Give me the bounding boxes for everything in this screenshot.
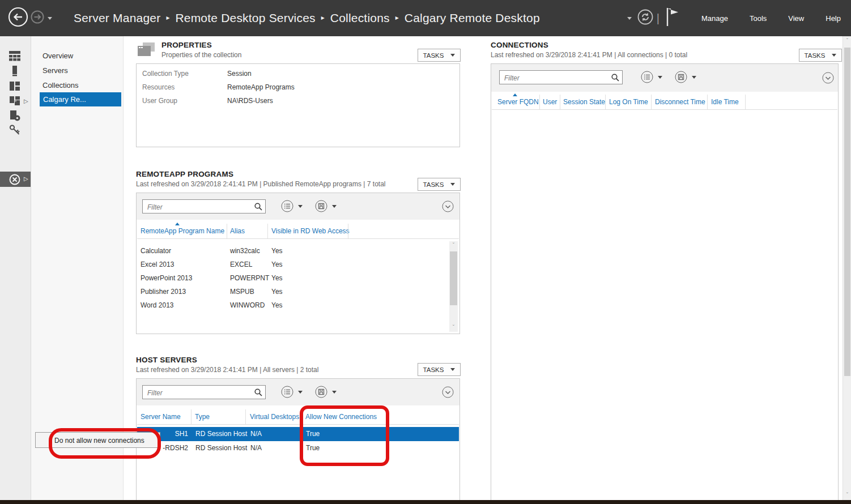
connections-filter[interactable] bbox=[499, 70, 623, 84]
column-header-alias[interactable]: Alias bbox=[230, 227, 245, 235]
save-query-button[interactable] bbox=[315, 386, 327, 398]
column-header-server-name[interactable]: Server Name bbox=[141, 413, 181, 421]
remoteapp-filter-input[interactable] bbox=[146, 200, 250, 213]
scrollbar-thumb[interactable] bbox=[450, 251, 457, 305]
nav-item-collections[interactable]: Collections bbox=[42, 81, 79, 89]
search-icon[interactable] bbox=[611, 73, 620, 84]
connections-filter-input[interactable] bbox=[503, 71, 607, 84]
breadcrumb-rds[interactable]: Remote Desktop Services bbox=[175, 11, 315, 25]
remoteapp-row[interactable]: Excel 2013EXCELYes bbox=[137, 258, 443, 271]
hostservers-tasks-button[interactable]: TASKS bbox=[418, 363, 461, 376]
all-servers-icon[interactable] bbox=[8, 80, 21, 92]
column-header-idle-time[interactable]: Idle Time bbox=[711, 98, 739, 106]
list-view-button[interactable] bbox=[281, 386, 293, 398]
column-header-session-state[interactable]: Session State bbox=[563, 98, 605, 106]
hostservers-filter[interactable] bbox=[142, 385, 266, 399]
cell: EXCEL bbox=[230, 260, 252, 268]
list-view-caret-icon[interactable] bbox=[298, 205, 303, 208]
remote-desktop-services-selected[interactable]: ▷ bbox=[0, 172, 31, 187]
cell: WINWORD bbox=[230, 301, 265, 307]
column-header-virtual-desktops[interactable]: Virtual Desktops bbox=[250, 413, 299, 421]
remoteapp-row[interactable]: Word 2013WINWORDYes bbox=[137, 298, 443, 307]
nav-item-servers[interactable]: Servers bbox=[42, 66, 68, 75]
menu-help[interactable]: Help bbox=[826, 14, 841, 23]
cell-type: RD Session Host bbox=[195, 444, 247, 452]
hostserver-row[interactable]: -RDSH2RD Session HostN/ATrue bbox=[137, 441, 459, 455]
save-query-button[interactable] bbox=[675, 71, 687, 83]
scroll-up-icon[interactable]: ˇ︎ bbox=[843, 38, 851, 44]
remoteapp-tasks-button[interactable]: TASKS bbox=[418, 178, 461, 191]
remoteapp-row[interactable]: Publisher 2013MSPUBYes bbox=[137, 285, 443, 298]
refresh-dropdown-caret[interactable] bbox=[627, 17, 632, 20]
expand-arrow-icon[interactable]: ▷ bbox=[24, 176, 28, 182]
hostservers-filter-input[interactable] bbox=[146, 386, 250, 399]
nav-item-overview[interactable]: Overview bbox=[42, 52, 73, 60]
scroll-down-icon[interactable]: ˇ bbox=[843, 492, 851, 498]
search-icon[interactable] bbox=[254, 202, 263, 213]
hostserver-row[interactable]: SH1RD Session HostN/ATrue bbox=[137, 427, 459, 441]
server-role-gear-icon[interactable] bbox=[8, 109, 21, 122]
refresh-icon[interactable] bbox=[637, 9, 653, 27]
cell-allow-new-connections: True bbox=[306, 444, 320, 452]
list-view-button[interactable] bbox=[281, 200, 293, 212]
dashboard-icon[interactable] bbox=[8, 50, 21, 62]
column-header-log-on-time[interactable]: Log On Time bbox=[609, 98, 648, 106]
remoteapp-row[interactable]: Calculatorwin32calcYes bbox=[137, 244, 443, 258]
cell: PowerPoint 2013 bbox=[141, 274, 192, 282]
column-header-type[interactable]: Type bbox=[195, 413, 210, 421]
list-view-caret-icon[interactable] bbox=[298, 391, 303, 394]
collapse-panel-icon[interactable] bbox=[442, 386, 454, 399]
hostservers-rows: SH1RD Session HostN/ATrue-RDSH2RD Sessio… bbox=[137, 427, 459, 501]
expand-arrow-icon[interactable]: ▷ bbox=[24, 98, 28, 104]
back-button[interactable] bbox=[8, 7, 28, 29]
column-header-remoteapp-name[interactable]: RemoteApp Program Name bbox=[141, 227, 224, 235]
scrollbar-thumb[interactable] bbox=[844, 48, 850, 376]
local-server-icon[interactable] bbox=[8, 65, 21, 77]
scroll-up-icon[interactable]: ˇ︎ bbox=[449, 242, 458, 249]
save-query-caret-icon[interactable] bbox=[692, 76, 696, 79]
breadcrumb-server-manager[interactable]: Server Manager bbox=[74, 11, 160, 25]
column-header-user[interactable]: User bbox=[543, 98, 557, 106]
nav-item-calgary-selected[interactable]: Calgary Re... bbox=[40, 92, 121, 106]
cell: Publisher 2013 bbox=[141, 288, 186, 296]
properties-title: PROPERTIES bbox=[161, 41, 212, 49]
cell-type: RD Session Host bbox=[195, 430, 247, 438]
column-header-server-fqdn[interactable]: Server FQDN bbox=[497, 98, 539, 106]
property-value: Session bbox=[227, 70, 252, 78]
column-header-allow-new-connections[interactable]: Allow New Connections bbox=[305, 413, 377, 421]
hostservers-subtitle: Last refreshed on 3/29/2018 2:41:41 PM |… bbox=[136, 366, 318, 374]
properties-tasks-button[interactable]: TASKS bbox=[418, 49, 461, 62]
scroll-down-icon[interactable]: ˇ bbox=[449, 324, 458, 331]
save-query-caret-icon[interactable] bbox=[332, 391, 337, 394]
keys-icon[interactable] bbox=[8, 124, 21, 136]
column-header-disconnect-time[interactable]: Disconnect Time bbox=[655, 98, 705, 106]
save-query-button[interactable] bbox=[315, 200, 327, 212]
remoteapp-filter[interactable] bbox=[142, 199, 266, 213]
menu-view[interactable]: View bbox=[788, 14, 804, 23]
search-icon[interactable] bbox=[254, 388, 263, 399]
column-header-visible[interactable]: Visible in RD Web Access bbox=[271, 227, 350, 235]
cell: win32calc bbox=[230, 247, 260, 255]
list-view-button[interactable] bbox=[641, 71, 653, 83]
breadcrumb-collections[interactable]: Collections bbox=[330, 11, 390, 25]
notifications-flag-icon[interactable] bbox=[665, 7, 680, 29]
connections-tasks-button[interactable]: TASKS bbox=[799, 49, 842, 62]
remoteapp-row[interactable]: PowerPoint 2013POWERPNTYes bbox=[137, 271, 443, 285]
list-view-caret-icon[interactable] bbox=[658, 76, 662, 79]
tasks-label: TASKS bbox=[423, 52, 444, 59]
history-dropdown-caret[interactable] bbox=[48, 17, 52, 20]
server-manager-window: Server Manager ▸ Remote Desktop Services… bbox=[0, 0, 851, 504]
properties-subtitle: Properties of the collection bbox=[161, 51, 241, 59]
properties-window-icon bbox=[138, 42, 156, 59]
save-query-caret-icon[interactable] bbox=[332, 205, 337, 208]
file-and-storage-services-icon[interactable] bbox=[8, 95, 21, 107]
forward-button[interactable] bbox=[31, 10, 44, 26]
main-vertical-scrollbar[interactable]: ˇ︎ ˇ bbox=[843, 36, 851, 500]
collapse-panel-icon[interactable] bbox=[442, 200, 454, 213]
menu-tools[interactable]: Tools bbox=[750, 14, 767, 23]
menu-manage[interactable]: Manage bbox=[701, 14, 728, 23]
breadcrumb-collection-name[interactable]: Calgary Remote Desktop bbox=[405, 11, 540, 25]
collapse-panel-icon[interactable] bbox=[822, 72, 835, 84]
remoteapp-scrollbar[interactable]: ˇ︎ ˇ bbox=[449, 241, 458, 332]
breadcrumb: Server Manager ▸ Remote Desktop Services… bbox=[74, 0, 540, 36]
